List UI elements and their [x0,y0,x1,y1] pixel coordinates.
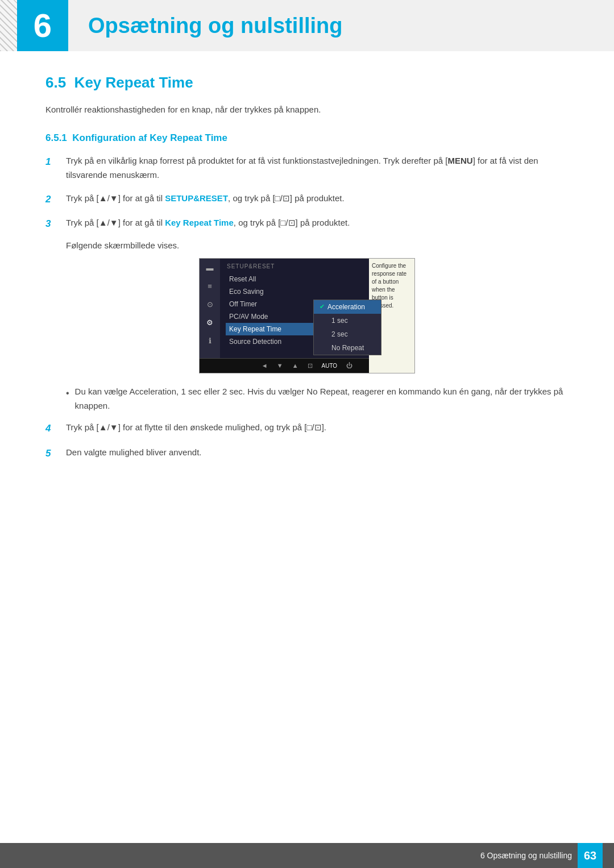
steps-list-2: 4 Tryk på [▲/▼] for at flytte til den øn… [45,421,569,460]
step-4-text: Tryk på [▲/▼] for at flytte til den ønsk… [66,421,326,435]
chapter-title-box: Opsætning og nulstilling [68,0,614,51]
monitor-submenu: ✔ Acceleration 1 sec 2 sec No Repeat [313,300,381,355]
icon-gear-active: ⚙ [206,318,213,327]
monitor-icon-2: ≡ [205,281,215,292]
page-footer: 6 Opsætning og nulstilling 63 [0,843,614,868]
submenu-item-1sec: 1 sec [314,314,381,327]
footer-chapter-text: 6 Opsætning og nulstilling [480,851,572,860]
submenu-1sec-label: 1 sec [331,317,348,325]
step-1-text: Tryk på en vilkårlig knap forrest på pro… [66,154,569,182]
icon-screen: ▬ [206,264,214,272]
acceleration-option: Acceleration [130,387,177,396]
monitor-icon-4: ⚙ [205,318,215,328]
monitor-icon-1: ▬ [205,263,215,273]
step-4: 4 Tryk på [▲/▼] for at flytte til den øn… [45,421,569,436]
section-title: 6.5 Key Repeat Time [45,74,569,92]
following-text: Følgende skærmbillede vises. [66,240,569,250]
bullet-dot: • [66,386,69,401]
menu-item-reset-all-label: Reset All [229,275,256,283]
chapter-header: 6 Opsætning og nulstilling [0,0,614,51]
submenu-no-repeat-label: No Repeat [331,344,364,352]
submenu-2sec-label: 2 sec [331,330,348,338]
checkmark-icon: ✔ [320,303,325,310]
step-5-number: 5 [45,446,63,461]
menu-item-off-timer-label: Off Timer [229,300,257,308]
submenu-item-2sec: 2 sec [314,327,381,341]
setup-reset-label: SETUP&RESET [165,193,228,203]
menu-item-pcav-mode-label: PC/AV Mode [229,313,268,321]
monitor-icon-5: ℹ [205,336,215,346]
steps-list: 1 Tryk på en vilkårlig knap forrest på p… [45,154,569,231]
stripe-decoration [0,0,17,51]
main-content: 6.5 Key Repeat Time Kontrollér reaktions… [0,74,614,516]
step-1: 1 Tryk på en vilkårlig knap forrest på p… [45,154,569,182]
bottom-icon-power: ⏻ [346,362,352,369]
icon-circle-arrow: ⊙ [207,300,213,309]
monitor-icon-bar: ▬ ≡ ⊙ ⚙ ℹ [200,259,220,358]
bottom-icon-enter: ⊡ [308,362,313,369]
icon-lines: ≡ [208,282,212,290]
step-4-number: 4 [45,421,63,436]
submenu-item-no-repeat: No Repeat [314,341,381,355]
chapter-number: 6 [34,9,52,42]
bullet-text: Du kan vælge Acceleration, 1 sec eller 2… [75,385,569,413]
menu-item-source-detection-label: Source Detection [229,338,281,346]
footer-page-number: 63 [578,843,603,868]
bottom-icon-left: ◄ [262,362,268,369]
bullet-item-1: • Du kan vælge Acceleration, 1 sec eller… [66,385,569,413]
step-2-text: Tryk på [▲/▼] for at gå til SETUP&RESET,… [66,192,345,206]
no-repeat-option: No Repeat [306,387,347,396]
step-5: 5 Den valgte mulighed bliver anvendt. [45,446,569,461]
step-3-number: 3 [45,216,63,231]
step-2-number: 2 [45,192,63,207]
monitor-screenshot: ▬ ≡ ⊙ ⚙ ℹ SETUP&RESET Reset Al [199,258,415,373]
2sec-option: 2 sec [222,387,243,396]
section-description: Kontrollér reaktionshastigheden for en k… [45,103,569,117]
step-1-number: 1 [45,154,63,169]
chapter-title: Opsætning og nulstilling [88,14,343,38]
bottom-icon-auto: AUTO [322,363,338,369]
step-3: 3 Tryk på [▲/▼] for at gå til Key Repeat… [45,216,569,231]
step-2: 2 Tryk på [▲/▼] for at gå til SETUP&RESE… [45,192,569,207]
icon-info: ℹ [209,337,211,345]
menu-item-eco-saving-label: Eco Saving [229,288,264,296]
step-5-text: Den valgte mulighed bliver anvendt. [66,446,201,460]
key-repeat-time-label: Key Repeat Time [165,218,234,227]
bottom-icon-down: ▼ [277,362,283,369]
submenu-acceleration-label: Acceleration [327,303,365,311]
bullet-list: • Du kan vælge Acceleration, 1 sec eller… [66,385,569,413]
bottom-icon-up: ▲ [292,362,298,369]
monitor-inner: ▬ ≡ ⊙ ⚙ ℹ SETUP&RESET Reset Al [200,259,414,358]
1sec-option: 1 sec [181,387,201,396]
step-3-text: Tryk på [▲/▼] for at gå til Key Repeat T… [66,216,350,230]
menu-item-key-repeat-label: Key Repeat Time [229,325,281,333]
submenu-item-acceleration: ✔ Acceleration [314,300,381,314]
chapter-number-box: 6 [17,0,68,51]
menu-key-label: MENU [447,156,472,165]
monitor-icon-3: ⊙ [205,300,215,310]
subsection-title: 6.5.1 Konfiguration af Key Repeat Time [45,132,569,144]
